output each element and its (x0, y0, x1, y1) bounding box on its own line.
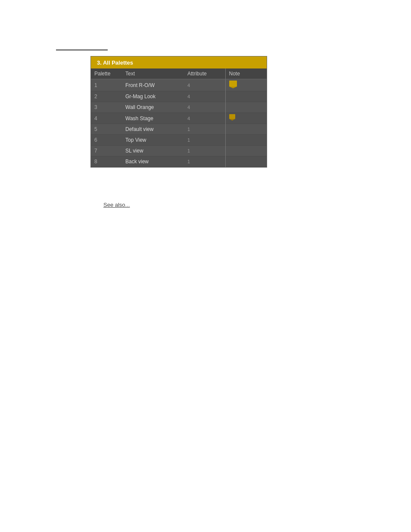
cell-note (225, 113, 267, 124)
cell-note (225, 79, 267, 91)
table-row[interactable]: 2Gr-Mag Look4 (91, 91, 267, 102)
cell-note (225, 91, 267, 102)
cell-attribute: 1 (184, 146, 225, 156)
cell-palette-num: 8 (91, 156, 122, 167)
panel-header: 3. All Palettes (91, 56, 267, 68)
svg-rect-2 (229, 114, 235, 119)
table-row[interactable]: 8Back view1 (91, 156, 267, 167)
page: 3. All Palettes Palette Text Attribute N… (0, 0, 411, 532)
svg-marker-3 (229, 119, 235, 121)
note-flag-icon (228, 84, 238, 90)
cell-palette-num: 1 (91, 79, 122, 91)
cell-attribute: 4 (184, 79, 225, 91)
col-header-palette: Palette (91, 68, 122, 79)
cell-attribute: 4 (184, 102, 225, 113)
col-header-attribute: Attribute (184, 68, 225, 79)
cell-text: Front R-O/W (122, 79, 184, 91)
cell-text: Back view (122, 156, 184, 167)
col-header-text: Text (122, 68, 184, 79)
top-divider-line (56, 50, 108, 50)
cell-note (225, 135, 267, 146)
cell-palette-num: 5 (91, 124, 122, 135)
cell-text: Wall Orange (122, 102, 184, 113)
cell-palette-num: 7 (91, 146, 122, 156)
table-row[interactable]: 7SL view1 (91, 146, 267, 156)
table-row[interactable]: 3Wall Orange4 (91, 102, 267, 113)
col-header-note: Note (225, 68, 267, 79)
table-row[interactable]: 6Top View1 (91, 135, 267, 146)
cell-attribute: 1 (184, 135, 225, 146)
cell-attribute: 1 (184, 156, 225, 167)
table-row[interactable]: 5Default view1 (91, 124, 267, 135)
cell-text: Wash Stage (122, 113, 184, 124)
note-flag-svg (228, 114, 236, 121)
cell-palette-num: 6 (91, 135, 122, 146)
cell-palette-num: 2 (91, 91, 122, 102)
cell-text: Default view (122, 124, 184, 135)
cell-text: SL view (122, 146, 184, 156)
cell-text: Top View (122, 135, 184, 146)
cell-note (225, 156, 267, 167)
cell-note (225, 146, 267, 156)
panel-tab-label: 3. All Palettes (91, 58, 139, 68)
table-row[interactable]: 4Wash Stage4 (91, 113, 267, 124)
note-flag-icon (228, 116, 236, 122)
table-row[interactable]: 1Front R-O/W4 (91, 79, 267, 91)
svg-rect-0 (229, 81, 237, 87)
cell-palette-num: 3 (91, 102, 122, 113)
cell-attribute: 1 (184, 124, 225, 135)
bottom-link[interactable]: See also... (103, 202, 130, 208)
palette-panel: 3. All Palettes Palette Text Attribute N… (90, 56, 267, 168)
cell-attribute: 4 (184, 113, 225, 124)
table-body: 1Front R-O/W4 2Gr-Mag Look43Wall Orange4… (91, 79, 267, 167)
cell-note (225, 124, 267, 135)
note-flag-svg (228, 81, 238, 88)
cell-text: Gr-Mag Look (122, 91, 184, 102)
cell-palette-num: 4 (91, 113, 122, 124)
palette-table: Palette Text Attribute Note 1Front R-O/W… (91, 68, 267, 167)
cell-attribute: 4 (184, 91, 225, 102)
table-header-row: Palette Text Attribute Note (91, 68, 267, 79)
cell-note (225, 102, 267, 113)
svg-marker-1 (229, 87, 237, 88)
